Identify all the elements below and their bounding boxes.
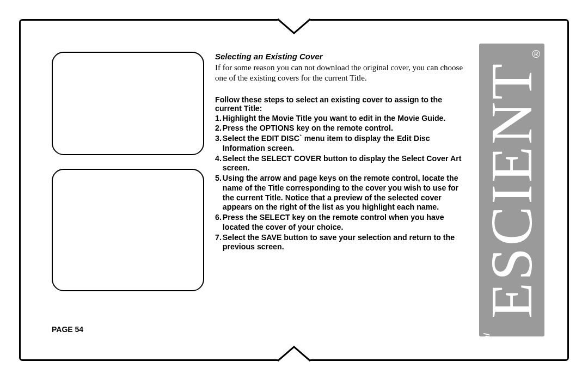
step-item: 4.Select the SELECT COVER button to disp… [215,154,465,174]
step-text: Using the arrow and page keys on the rem… [223,174,465,212]
content-area: Selecting an Existing Cover If for some … [52,52,465,328]
manual-title: FireBall™ DVDM-100 User's Manual [482,333,491,336]
steps-list: 1.Highlight the Movie Title you want to … [215,114,465,253]
step-item: 6.Press the SELECT key on the remote con… [215,213,465,232]
frame-notch-bottom [278,346,310,362]
text-column: Selecting an Existing Cover If for some … [215,52,465,253]
frame-notch-top [278,18,310,34]
step-text: Highlight the Movie Title you want to ed… [223,114,446,124]
brand-sidebar: ® ESCIENT FireBall™ DVDM-100 User's Manu… [479,44,544,336]
step-text: Press the SELECT key on the remote contr… [223,213,465,232]
step-number: 7. [215,233,223,253]
registered-mark: ® [532,48,540,60]
step-item: 2.Press the OPTIONS key on the remote co… [215,124,465,133]
page-frame: ® ESCIENT FireBall™ DVDM-100 User's Manu… [19,19,569,361]
step-number: 3. [215,134,223,154]
brand-logo-text: ESCIENT [479,62,544,318]
screenshot-placeholder-bottom [52,169,204,291]
step-number: 2. [215,124,223,133]
step-number: 4. [215,154,223,174]
step-item: 3.Select the EDIT DISC` menu item to dis… [215,134,465,154]
step-item: 7.Select the SAVE button to save your se… [215,233,465,253]
step-number: 5. [215,174,223,212]
page-number: PAGE 54 [52,325,83,334]
step-text: Select the SAVE button to save your sele… [223,233,465,253]
step-number: 6. [215,213,223,232]
intro-paragraph: If for some reason you can not download … [215,63,465,83]
step-text: Press the OPTIONS key on the remote cont… [223,124,393,133]
steps-header: Follow these steps to select an existing… [215,95,465,113]
section-title: Selecting an Existing Cover [215,52,465,61]
screenshot-placeholder-top [52,52,204,155]
step-item: 1.Highlight the Movie Title you want to … [215,114,465,124]
step-number: 1. [215,114,223,124]
step-text: Select the EDIT DISC` menu item to displ… [223,134,465,154]
step-text: Select the SELECT COVER button to displa… [223,154,465,174]
step-item: 5.Using the arrow and page keys on the r… [215,174,465,212]
